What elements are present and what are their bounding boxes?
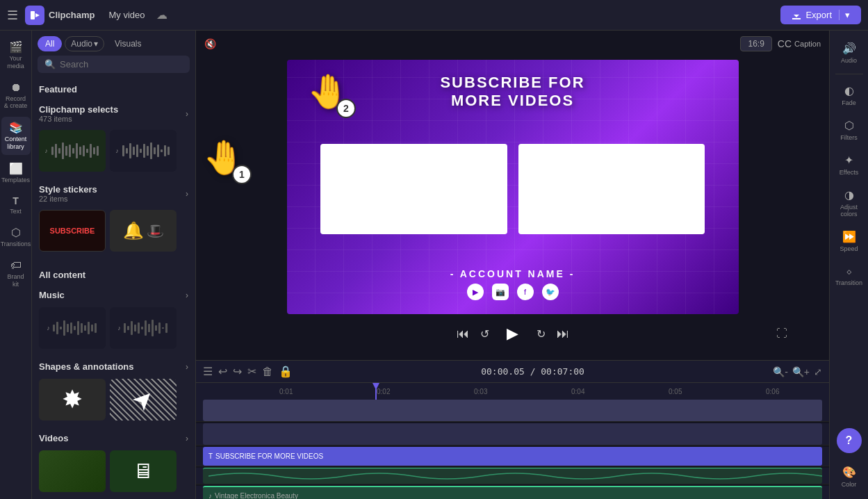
app-name: Clipchamp xyxy=(49,10,95,20)
sidebar-item-templates[interactable]: ⬜ Templates xyxy=(1,158,31,188)
style-stickers-header[interactable]: Style stickers 22 items › xyxy=(32,179,195,207)
undo-button[interactable]: ↩ xyxy=(218,365,227,378)
rt-speed[interactable]: ⏩ Speed xyxy=(832,224,867,258)
filters-icon: ⬡ xyxy=(844,119,854,132)
right-toolbar: 🔊 Audio ◐ Fade ⬡ Filters ✦ Effects ◑ Adj… xyxy=(829,31,868,499)
zoom-out-button[interactable]: 🔍- xyxy=(773,366,788,377)
logo-icon xyxy=(25,6,44,25)
video-title[interactable]: My video xyxy=(101,7,152,23)
rt-color[interactable]: 🎨 Color xyxy=(832,460,867,493)
rt-filters-label: Filters xyxy=(840,134,858,141)
shapes-header[interactable]: Shapes & annotations › xyxy=(32,356,195,376)
shapes-grid: ✸ ➤ xyxy=(32,376,195,427)
music-clip-1[interactable]: ♪ xyxy=(39,307,106,349)
videos-header[interactable]: Videos › xyxy=(32,427,195,448)
sticker-bells[interactable]: 🔔 🎩 xyxy=(110,210,177,252)
sidebar-label-transitions: Transitions xyxy=(1,240,31,248)
zoom-in-button[interactable]: 🔍+ xyxy=(792,366,810,377)
brand-kit-icon: 🏷 xyxy=(10,259,22,272)
filter-tabs: All Audio ▾ Visuals xyxy=(32,31,195,56)
music-header[interactable]: Music › xyxy=(32,284,195,304)
delete-button[interactable]: 🗑 xyxy=(262,366,273,378)
svg-rect-52 xyxy=(155,325,157,331)
cloud-icon: ☁ xyxy=(156,8,167,22)
rewind-button[interactable]: ↺ xyxy=(480,327,489,341)
sidebar-item-brand-kit[interactable]: 🏷 Brand kit xyxy=(1,255,31,293)
sidebar-item-content-library[interactable]: 📚 Content library xyxy=(1,117,31,155)
filter-tab-visuals[interactable]: Visuals xyxy=(107,36,149,51)
rt-transition-label: Transition xyxy=(835,279,862,286)
rt-adjust-colors[interactable]: ◑ Adjust colors xyxy=(832,183,867,223)
shape-burst[interactable]: ✸ xyxy=(39,379,106,420)
video-clip-2[interactable] xyxy=(203,423,822,445)
music-clip-2[interactable]: ♪ xyxy=(110,307,177,349)
rt-filters[interactable]: ⬡ Filters xyxy=(832,113,867,147)
audio-clip-2[interactable]: ♪ xyxy=(110,130,177,172)
svg-rect-8 xyxy=(72,148,74,154)
preview-top-bar: 🔇 16:9 CC Caption xyxy=(196,31,829,57)
svg-rect-5 xyxy=(62,142,64,159)
svg-rect-44 xyxy=(127,326,129,330)
sidebar: 🎬 Your media ⏺ Record & create 📚 Content… xyxy=(0,31,32,499)
title-track: T SUBSCRIBE FOR MORE VIDEOS xyxy=(196,447,829,466)
all-content-header: All content xyxy=(32,264,195,284)
sidebar-item-text[interactable]: T Text xyxy=(1,191,31,220)
aspect-ratio-button[interactable]: 16:9 xyxy=(740,36,771,51)
export-dropdown-arrow[interactable]: ▾ xyxy=(839,10,850,20)
rt-fade[interactable]: ◐ Fade xyxy=(832,79,867,112)
title-clip[interactable]: T SUBSCRIBE FOR MORE VIDEOS xyxy=(203,447,822,466)
svg-rect-7 xyxy=(69,145,71,157)
search-bar: 🔍 xyxy=(38,56,190,73)
sticker-subscribe[interactable]: SUBSCRIBE xyxy=(39,210,106,252)
cut-button[interactable]: ✂ xyxy=(247,365,256,378)
svg-rect-47 xyxy=(138,322,140,334)
your-media-icon: 🎬 xyxy=(9,40,23,54)
video-clip-1[interactable] xyxy=(203,400,822,421)
sidebar-item-record[interactable]: ⏺ Record & create xyxy=(1,77,31,115)
rt-transition[interactable]: ⬦ Transition xyxy=(832,259,867,292)
audio-clip-1[interactable]: ♪ xyxy=(39,130,106,172)
timeline-menu-button[interactable]: ☰ xyxy=(203,365,213,378)
export-button[interactable]: Export ▾ xyxy=(780,6,861,24)
sidebar-item-transitions[interactable]: ⬡ Transitions xyxy=(1,222,31,252)
style-stickers-count: 22 items xyxy=(39,195,97,203)
audio-wave-clip[interactable] xyxy=(203,468,822,484)
waveform-2: ♪ xyxy=(115,140,171,161)
search-input[interactable] xyxy=(60,59,183,69)
skip-forward-button[interactable]: ⏭ xyxy=(557,327,569,341)
lock-button[interactable]: 🔒 xyxy=(279,365,293,378)
sidebar-item-your-media[interactable]: 🎬 Your media xyxy=(1,36,31,74)
svg-rect-10 xyxy=(79,147,81,155)
svg-rect-15 xyxy=(97,146,99,156)
redo-button[interactable]: ↪ xyxy=(233,365,242,378)
help-button[interactable]: ? xyxy=(837,428,862,453)
caption-button[interactable]: CC Caption xyxy=(778,38,821,49)
svg-rect-41 xyxy=(91,325,93,332)
video-thumb-1[interactable] xyxy=(39,450,106,492)
svg-rect-31 xyxy=(56,322,58,334)
mute-button[interactable]: 🔇 xyxy=(204,38,216,49)
rt-effects[interactable]: ✦ Effects xyxy=(832,148,867,181)
filter-tab-audio[interactable]: Audio ▾ xyxy=(65,36,104,51)
rt-audio[interactable]: 🔊 Audio xyxy=(832,36,867,69)
video-thumb-2[interactable]: 🖥 xyxy=(110,450,177,492)
sidebar-label-content-library: Content library xyxy=(4,136,28,151)
fullscreen-button[interactable]: ⛶ xyxy=(776,327,787,340)
featured-section-header[interactable]: Featured xyxy=(32,79,195,99)
forward-button[interactable]: ↻ xyxy=(537,327,546,341)
skip-back-button[interactable]: ⏮ xyxy=(457,327,469,341)
sidebar-label-record: Record & create xyxy=(4,95,28,111)
fit-timeline-button[interactable]: ⤢ xyxy=(814,366,822,377)
music-clip[interactable]: ♪ Vintage Electronica Beauty xyxy=(203,486,822,499)
play-button[interactable]: ▶ xyxy=(500,321,525,346)
search-icon: 🔍 xyxy=(44,59,56,69)
shape-arrow[interactable]: ➤ xyxy=(110,379,177,420)
clipchamp-selects-header[interactable]: Clipchamp selects 473 items › xyxy=(32,99,195,127)
featured-title: Featured xyxy=(39,84,77,95)
center-panel: 🔇 16:9 CC Caption SUBSCRIBE FORMORE VIDE… xyxy=(196,31,829,499)
filter-tab-all[interactable]: All xyxy=(38,36,62,51)
shapes-title: Shapes & annotations xyxy=(39,361,134,372)
hamburger-menu[interactable]: ☰ xyxy=(7,8,18,23)
step-badge-1: 1 xyxy=(232,165,252,184)
svg-rect-48 xyxy=(141,327,143,329)
